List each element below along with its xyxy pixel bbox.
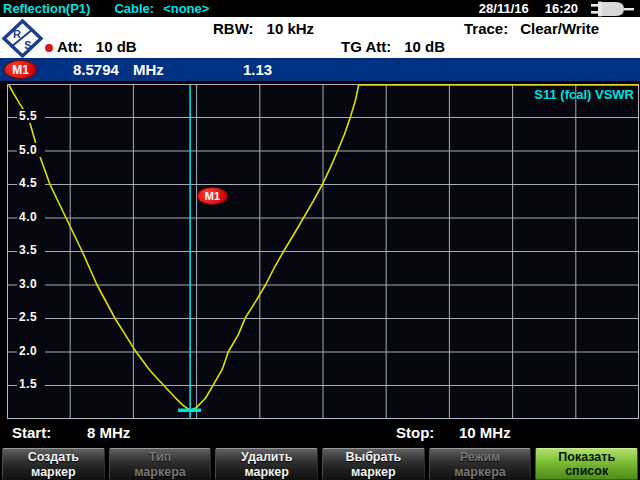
trace-label: Trace: xyxy=(464,20,508,37)
rbw-value: 10 kHz xyxy=(267,20,315,37)
rbw-readout: RBW:10 kHz xyxy=(213,20,314,37)
vswr-chart: S11 (fcal) VSWR M1 5.5 5.0 4.5 4.0 3.5 3… xyxy=(7,84,639,419)
marker-m1-flag: M1 xyxy=(197,187,228,205)
att-readout: Att:10 dB xyxy=(57,38,137,55)
plot-area xyxy=(7,84,639,419)
cable-label: Cable: xyxy=(114,1,154,16)
header-area: R S RBW:10 kHz Trace:Clear/Write Att:10 … xyxy=(0,17,640,58)
tg-att-value: 10 dB xyxy=(404,38,445,55)
frequency-range-bar: Start: 8 MHz Stop: 10 MHz xyxy=(0,420,640,447)
measurement-title-group: Reflection(P1) Cable: <none> xyxy=(0,1,209,16)
y-tick-label: 2.5 xyxy=(17,310,45,324)
softkey-show-list[interactable]: Показать список xyxy=(535,448,638,480)
att-label: Att: xyxy=(57,38,83,55)
y-tick-label: 2.0 xyxy=(17,344,45,358)
marker-value: 1.13 xyxy=(243,61,272,78)
y-tick-label: 3.0 xyxy=(17,277,45,291)
start-label: Start: xyxy=(12,424,51,441)
date-text: 28/11/16 xyxy=(479,1,529,16)
y-tick-label: 5.5 xyxy=(17,109,45,123)
ac-power-plug-icon xyxy=(591,0,635,18)
marker-frequency: 8.5794MHz xyxy=(73,61,164,78)
trace-value: Clear/Write xyxy=(520,20,599,37)
time-text: 16:20 xyxy=(545,1,578,16)
stop-value: 10 MHz xyxy=(459,424,511,441)
header-row-2: Att:10 dB TG Att:10 dB xyxy=(0,38,640,55)
top-status-bar: Reflection(P1) Cable: <none> 28/11/16 16… xyxy=(0,0,640,17)
start-value: 8 MHz xyxy=(87,424,130,441)
softkey-delete-marker[interactable]: Удалить маркер xyxy=(215,448,318,480)
tg-att-label: TG Att: xyxy=(341,38,391,55)
marker-readout-bar: M1 8.5794MHz 1.13 xyxy=(0,58,640,81)
softkey-marker-type[interactable]: Тип маркера xyxy=(109,448,212,480)
y-tick-label: 4.5 xyxy=(17,176,45,190)
marker-m1-badge: M1 xyxy=(4,60,37,79)
softkey-new-marker[interactable]: Создать маркер xyxy=(2,448,105,480)
analyzer-screen: Reflection(P1) Cable: <none> 28/11/16 16… xyxy=(0,0,640,480)
stop-label: Stop: xyxy=(396,424,434,441)
tg-att-readout: TG Att:10 dB xyxy=(341,38,445,55)
gridlines xyxy=(7,84,639,419)
cable-value: <none> xyxy=(163,1,209,16)
y-tick-label: 5.0 xyxy=(17,143,45,157)
y-tick-label: 3.5 xyxy=(17,243,45,257)
softkey-select-marker[interactable]: Выбрать маркер xyxy=(322,448,425,480)
y-tick-label: 4.0 xyxy=(17,210,45,224)
softkey-marker-mode[interactable]: Режим маркера xyxy=(429,448,532,480)
datetime-group: 28/11/16 16:20 xyxy=(479,0,640,18)
att-value: 10 dB xyxy=(96,38,137,55)
header-row-1: RBW:10 kHz Trace:Clear/Write xyxy=(0,20,640,37)
trace-readout: Trace:Clear/Write xyxy=(464,20,599,37)
marker-m1-badge-text: M1 xyxy=(12,63,29,77)
softkey-bar: Создать маркер Тип маркера Удалить марке… xyxy=(0,448,640,480)
rbw-label: RBW: xyxy=(213,20,254,37)
trace-mode-label: S11 (fcal) VSWR xyxy=(534,87,634,102)
vswr-trace xyxy=(9,85,639,410)
measurement-title: Reflection(P1) xyxy=(3,1,90,16)
y-tick-label: 1.5 xyxy=(17,377,45,391)
